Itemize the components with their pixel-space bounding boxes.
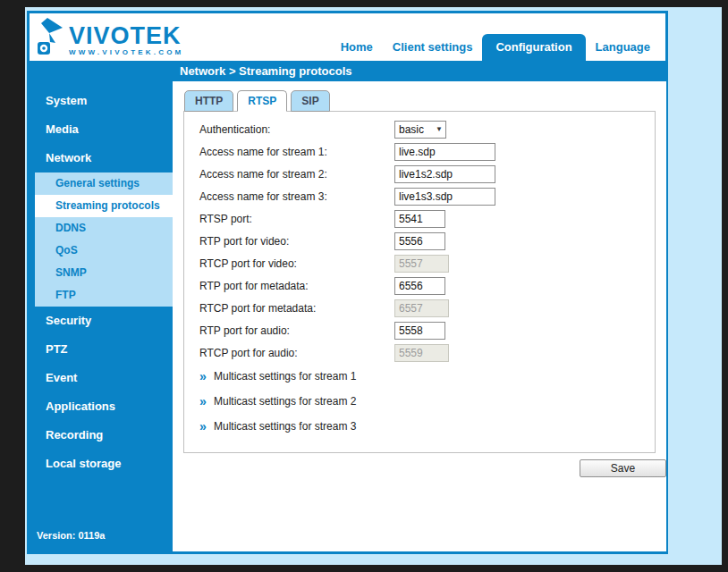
app-window: VIVOTEK WWW.VIVOTEK.COM Home Client sett… xyxy=(27,11,668,554)
sidebar-item-event[interactable]: Event xyxy=(30,364,173,392)
nav-home[interactable]: Home xyxy=(331,34,383,61)
access-name-3-label: Access name for stream 3: xyxy=(199,190,394,203)
multicast-stream-3-label: Multicast settings for stream 3 xyxy=(214,420,356,433)
form-row-rtp-port-video: RTP port for video: xyxy=(184,230,655,252)
save-button[interactable]: Save xyxy=(580,459,666,477)
nav-client-settings[interactable]: Client settings xyxy=(383,34,483,61)
sidebar-item-media[interactable]: Media xyxy=(30,115,173,144)
expand-arrow-icon: » xyxy=(199,420,214,433)
expand-arrow-icon: » xyxy=(199,370,214,383)
authentication-select[interactable]: basic ▼ xyxy=(394,121,446,139)
sidebar-bottom-group: Security PTZ Event Applications Recordin… xyxy=(30,307,173,478)
sidebar-item-applications[interactable]: Applications xyxy=(30,392,173,421)
rtcp-port-metadata-label: RTCP port for metadata: xyxy=(199,302,394,315)
tab-sip[interactable]: SIP xyxy=(291,90,329,112)
vivotek-logo: VIVOTEK WWW.VIVOTEK.COM xyxy=(35,17,183,60)
authentication-label: Authentication: xyxy=(199,123,394,136)
rtp-port-metadata-input[interactable] xyxy=(394,277,445,295)
rtcp-port-video-label: RTCP port for video: xyxy=(199,257,394,270)
form-row-authentication: Authentication: basic ▼ xyxy=(184,118,655,140)
vivotek-bird-icon xyxy=(35,17,69,60)
nav-language[interactable]: Language xyxy=(586,34,660,61)
multicast-stream-3-toggle[interactable]: » Multicast settings for stream 3 xyxy=(184,414,655,439)
form-row-access-name-2: Access name for stream 2: xyxy=(184,163,655,185)
header: VIVOTEK WWW.VIVOTEK.COM Home Client sett… xyxy=(30,13,665,61)
expand-arrow-icon: » xyxy=(199,395,214,408)
sidebar-item-qos[interactable]: QoS xyxy=(35,240,173,262)
form-row-access-name-3: Access name for stream 3: xyxy=(184,185,655,207)
rtcp-port-audio-label: RTCP port for audio: xyxy=(199,347,394,359)
form-row-rtp-port-audio: RTP port for audio: xyxy=(184,319,655,341)
nav-configuration[interactable]: Configuration xyxy=(482,34,585,61)
rtp-port-audio-label: RTP port for audio: xyxy=(199,324,394,337)
rtcp-port-metadata-input xyxy=(394,299,449,317)
rtcp-port-audio-input xyxy=(394,344,449,362)
multicast-stream-1-toggle[interactable]: » Multicast settings for stream 1 xyxy=(184,364,655,389)
sidebar-item-system[interactable]: System xyxy=(30,87,173,115)
multicast-stream-2-toggle[interactable]: » Multicast settings for stream 2 xyxy=(184,389,655,414)
multicast-stream-1-label: Multicast settings for stream 1 xyxy=(214,370,356,383)
access-name-3-input[interactable] xyxy=(394,188,495,206)
breadcrumb: Network > Streaming protocols xyxy=(30,61,665,81)
form-row-rtcp-port-video: RTCP port for video: xyxy=(184,252,655,274)
rtsp-port-label: RTSP port: xyxy=(199,213,394,225)
sidebar-item-ddns[interactable]: DDNS xyxy=(35,217,173,240)
form-row-rtcp-port-metadata: RTCP port for metadata: xyxy=(184,297,655,319)
access-name-2-input[interactable] xyxy=(394,165,495,183)
rtsp-port-input[interactable] xyxy=(394,210,445,228)
page-background: VIVOTEK WWW.VIVOTEK.COM Home Client sett… xyxy=(25,7,722,565)
rtp-port-audio-input[interactable] xyxy=(394,322,445,340)
sidebar-item-ptz[interactable]: PTZ xyxy=(30,335,173,364)
rtp-port-metadata-label: RTP port for metadata: xyxy=(199,280,394,292)
sidebar: System Media Network General settings St… xyxy=(30,81,173,551)
access-name-1-input[interactable] xyxy=(394,143,495,161)
sidebar-item-streaming-protocols[interactable]: Streaming protocols xyxy=(35,195,173,217)
desktop-background: { "brand": { "name": "VIVOTEK", "tagline… xyxy=(0,0,728,572)
sidebar-top-group: System Media Network xyxy=(30,81,173,172)
form-row-rtcp-port-audio: RTCP port for audio: xyxy=(184,341,655,364)
rtp-port-video-label: RTP port for video: xyxy=(199,235,394,248)
brand-name: VIVOTEK xyxy=(69,24,183,47)
multicast-stream-2-label: Multicast settings for stream 2 xyxy=(214,395,356,408)
sidebar-item-ftp[interactable]: FTP xyxy=(35,284,173,307)
form-row-rtsp-port: RTSP port: xyxy=(184,207,655,230)
firmware-version: Version: 0119a xyxy=(37,530,105,541)
rtp-port-video-input[interactable] xyxy=(394,232,445,250)
sidebar-item-local-storage[interactable]: Local storage xyxy=(30,450,173,478)
tab-rtsp[interactable]: RTSP xyxy=(237,90,287,112)
save-row: Save xyxy=(183,459,666,477)
rtcp-port-video-input xyxy=(394,255,449,273)
chevron-down-icon: ▼ xyxy=(436,125,443,133)
main-content: HTTP RTSP SIP Authentication: basic ▼ Ac… xyxy=(173,81,666,551)
sidebar-item-recording[interactable]: Recording xyxy=(30,421,173,450)
authentication-selected-value: basic xyxy=(399,123,424,136)
sidebar-item-network[interactable]: Network xyxy=(30,144,173,172)
sidebar-item-general-settings[interactable]: General settings xyxy=(35,172,173,195)
access-name-2-label: Access name for stream 2: xyxy=(199,168,394,181)
network-submenu: General settings Streaming protocols DDN… xyxy=(30,172,173,307)
rtsp-settings-panel: Authentication: basic ▼ Access name for … xyxy=(183,111,656,453)
tab-http[interactable]: HTTP xyxy=(184,90,233,112)
wordmark: VIVOTEK WWW.VIVOTEK.COM xyxy=(69,24,183,56)
access-name-1-label: Access name for stream 1: xyxy=(199,146,394,158)
form-row-access-name-1: Access name for stream 1: xyxy=(184,140,655,163)
sidebar-item-snmp[interactable]: SNMP xyxy=(35,262,173,284)
sidebar-item-security[interactable]: Security xyxy=(30,307,173,335)
body-row: System Media Network General settings St… xyxy=(30,81,665,551)
top-navigation: Home Client settings Configuration Langu… xyxy=(331,34,660,61)
form-row-rtp-port-metadata: RTP port for metadata: xyxy=(184,274,655,297)
brand-tagline: WWW.VIVOTEK.COM xyxy=(69,48,183,56)
protocol-tabs: HTTP RTSP SIP xyxy=(184,90,666,112)
